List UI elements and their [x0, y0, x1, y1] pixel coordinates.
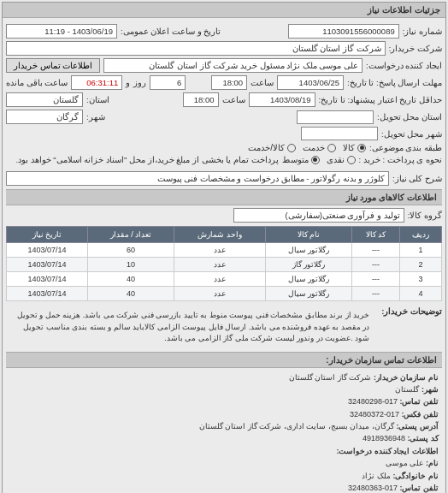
table-cell: 2: [399, 258, 441, 272]
table-row: 4---رگلاتور سیالعدد401403/07/14: [7, 287, 442, 301]
description-value: کلوژر و بدنه رگولاتور - مطابق درخواست و …: [6, 171, 389, 186]
time-label-2: ساعت: [222, 95, 245, 104]
table-cell: عدد: [174, 243, 266, 258]
radio-dot-icon: [357, 144, 366, 152]
th-date: تاریخ نیاز: [7, 227, 88, 243]
publish-datetime-label: تاریخ و ساعت اعلان عمومی:: [121, 27, 221, 36]
delivery-place-label: استان محل تحویل:: [377, 112, 442, 122]
table-cell: 4: [399, 287, 441, 301]
row-description: شرح کلی نیاز: کلوژر و بدنه رگولاتور - مط…: [6, 171, 442, 186]
org-info-block: نام سازمان خریدار: شرکت گاز استان گلستان…: [6, 368, 442, 494]
th-name: نام کالا: [265, 227, 351, 243]
requester-value: علی موسی ملک نژاد مسئول خرید شرکت گاز اس…: [103, 58, 363, 73]
radio-medium-label: متوسط: [282, 155, 309, 164]
table-cell: رگلاتور سیال: [265, 287, 351, 301]
remain-time: 06:31:11: [71, 75, 122, 90]
table-row: 3---رگلاتور سیالعدد401403/07/14: [7, 272, 442, 287]
need-number-value: 1103091556000089: [288, 24, 399, 39]
table-cell: 40: [87, 272, 174, 287]
radio-goods[interactable]: کالا: [343, 143, 366, 152]
table-cell: 1403/07/14: [7, 243, 88, 258]
table-cell: 1403/07/14: [7, 258, 88, 272]
row-notes: توضیحات خریدار: خرید از برند مطابق مشخصا…: [6, 306, 442, 348]
table-row: 2---رگلاتور گازعدد101403/07/14: [7, 258, 442, 272]
description-label: شرح کلی نیاز:: [392, 174, 442, 183]
table-cell: 10: [87, 258, 174, 272]
radio-dot-icon: [327, 144, 336, 152]
buyer-label: شرکت خریدار:: [389, 44, 442, 53]
table-cell: 3: [399, 272, 441, 287]
valid-until-date: 1403/08/19: [249, 92, 315, 107]
table-cell: ---: [352, 243, 400, 258]
org-tel-k: تلفن تماس:: [400, 397, 439, 406]
row-group: گروه کالا: تولید و فرآوری صنعتی(سفارشی): [6, 208, 442, 223]
payment-radio-group: نقدی متوسط: [282, 155, 356, 164]
valid-until-label: حداقل تاریخ اعتبار پیشنهاد: تا تاریخ:: [319, 95, 442, 104]
radio-service-label: خدمت: [303, 143, 325, 152]
radio-dot-icon: [311, 156, 320, 164]
province-value: گلستان: [6, 92, 83, 107]
radio-both[interactable]: کالا/خدمت: [248, 143, 296, 152]
radio-medium[interactable]: متوسط: [282, 155, 320, 164]
row-category: طبقه بندی موضوعی: کالا خدمت کالا/خدمت: [6, 143, 442, 152]
row-requester: ایجاد کننده درخواست: علی موسی ملک نژاد م…: [6, 58, 442, 73]
org-name-k: نام سازمان خریدار:: [374, 373, 439, 382]
panel-title: جزئیات اطلاعات نیاز: [3, 3, 445, 18]
buyer-contact-button[interactable]: اطلاعات تماس خریدار: [6, 58, 100, 73]
table-cell: رگلاتور سیال: [265, 243, 351, 258]
delivery-place-value: [297, 110, 374, 124]
time-label-1: ساعت: [251, 78, 274, 87]
table-cell: 1403/07/14: [7, 287, 88, 301]
row-buyer: شرکت خریدار: شرکت گاز استان گلستان: [6, 41, 442, 56]
remain-days: 6: [150, 75, 186, 90]
radio-goods-label: کالا: [343, 143, 355, 152]
radio-both-label: کالا/خدمت: [248, 143, 285, 152]
radio-dot-icon: [287, 144, 296, 152]
th-qty: تعداد / مقدار: [87, 227, 174, 243]
payment-note: پرداخت تمام یا بخشی از مبلغ خرید،از محل …: [6, 155, 279, 164]
notes-text: خرید از برند مطابق مشخصات فنی پیوست منوط…: [6, 306, 373, 348]
table-row: 1---رگلاتور سیالعدد601403/07/14: [7, 243, 442, 258]
goods-table: ردیف کد کالا نام کالا واحد شمارش تعداد /…: [6, 226, 442, 301]
requester-label: ایجاد کننده درخواست:: [366, 61, 442, 70]
org-zip-v: 4918936948: [363, 434, 405, 443]
radio-cash[interactable]: نقدی: [327, 155, 356, 164]
valid-until-time: 18:00: [183, 92, 219, 107]
row-number: شماره نیاز: 1103091556000089 تاریخ و ساع…: [6, 24, 442, 39]
group-label: گروه کالا:: [408, 211, 442, 220]
radio-service[interactable]: خدمت: [303, 143, 336, 152]
creator-tel-v: 017-32480363: [348, 484, 398, 492]
need-details-panel: جزئیات اطلاعات نیاز شماره نیاز: 11030915…: [2, 2, 446, 493]
publish-datetime-value: 1403/06/19 - 11:19: [6, 24, 117, 39]
table-cell: عدد: [174, 287, 266, 301]
creator-family-v: ملک نژاد: [362, 472, 391, 480]
payment-label: نحوه ی پرداخت : خرید :: [359, 155, 442, 164]
delivery-city-value: [301, 127, 378, 140]
creator-name-k: نام:: [426, 459, 439, 467]
need-number-label: شماره نیاز:: [403, 27, 442, 36]
city-label: شهر:: [86, 112, 105, 122]
org-section-title: اطلاعات تماس سازمان خریدار:: [6, 352, 442, 368]
row-delivery-province: استان محل تحویل: شهر: گرگان: [6, 110, 442, 124]
province-label: استان:: [86, 95, 109, 104]
reply-until-time: 18:00: [211, 75, 247, 90]
table-cell: عدد: [174, 272, 266, 287]
table-header-row: ردیف کد کالا نام کالا واحد شمارش تعداد /…: [7, 227, 442, 243]
row-valid-until: حداقل تاریخ اعتبار پیشنهاد: تا تاریخ: 14…: [6, 92, 442, 107]
table-cell: رگلاتور سیال: [265, 272, 351, 287]
table-cell: 60: [87, 243, 174, 258]
row-payment: نحوه ی پرداخت : خرید : نقدی متوسط پرداخت…: [6, 155, 442, 164]
creator-tel-k: تلفن تماس:: [400, 484, 439, 492]
th-index: ردیف: [399, 227, 441, 243]
creator-name-v: علی موسی: [386, 459, 424, 467]
org-zip-k: کد پستی:: [408, 434, 439, 443]
goods-section-title: اطلاعات کالاهای مورد نیاز: [6, 189, 442, 205]
notes-label: توضیحات خریدار:: [376, 306, 442, 316]
city-value: گرگان: [6, 110, 83, 124]
buyer-value: شرکت گاز استان گلستان: [6, 41, 386, 56]
org-fax-k: تلفن فکس:: [402, 410, 439, 419]
row-delivery-city: شهر محل تحویل:: [6, 127, 442, 140]
table-cell: عدد: [174, 258, 266, 272]
category-radio-group: کالا خدمت کالا/خدمت: [248, 143, 366, 152]
remain-days-label: روز: [133, 78, 146, 87]
